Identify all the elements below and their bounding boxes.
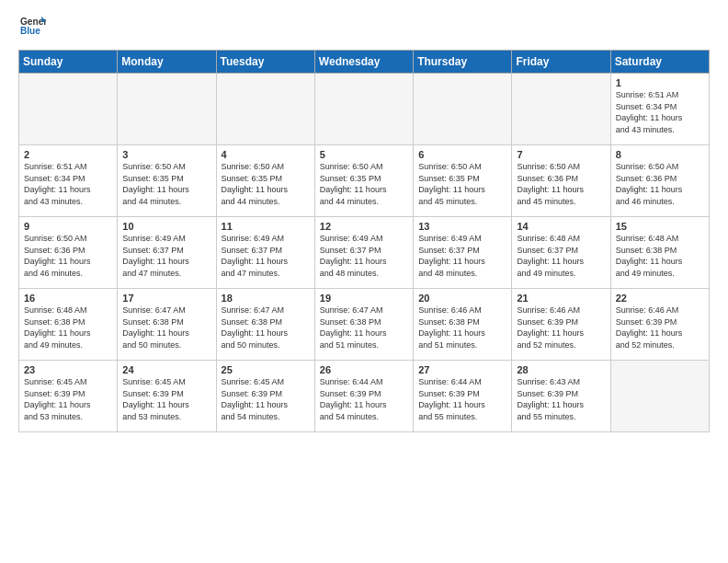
header: General Blue: [18, 15, 710, 44]
day-number: 3: [122, 149, 210, 160]
calendar-cell: 1Sunrise: 6:51 AM Sunset: 6:34 PM Daylig…: [610, 74, 709, 145]
day-info: Sunrise: 6:45 AM Sunset: 6:39 PM Dayligh…: [24, 376, 112, 422]
calendar-week-1: 2Sunrise: 6:51 AM Sunset: 6:34 PM Daylig…: [19, 145, 710, 217]
calendar-cell: 17Sunrise: 6:47 AM Sunset: 6:38 PM Dayli…: [118, 289, 216, 361]
day-number: 25: [222, 364, 310, 375]
day-info: Sunrise: 6:50 AM Sunset: 6:35 PM Dayligh…: [418, 161, 506, 207]
calendar-cell: 16Sunrise: 6:48 AM Sunset: 6:38 PM Dayli…: [19, 289, 118, 361]
day-number: 19: [320, 293, 408, 304]
calendar-cell: [314, 74, 413, 145]
calendar-week-3: 16Sunrise: 6:48 AM Sunset: 6:38 PM Dayli…: [19, 289, 710, 361]
day-info: Sunrise: 6:46 AM Sunset: 6:39 PM Dayligh…: [517, 304, 605, 350]
day-info: Sunrise: 6:47 AM Sunset: 6:38 PM Dayligh…: [122, 304, 210, 350]
weekday-header-wednesday: Wednesday: [314, 51, 413, 74]
day-number: 12: [320, 221, 408, 232]
day-info: Sunrise: 6:47 AM Sunset: 6:38 PM Dayligh…: [222, 304, 310, 350]
day-info: Sunrise: 6:43 AM Sunset: 6:39 PM Dayligh…: [517, 376, 605, 422]
day-info: Sunrise: 6:49 AM Sunset: 6:37 PM Dayligh…: [222, 233, 310, 279]
day-number: 20: [418, 293, 506, 304]
calendar-cell: [512, 74, 610, 145]
calendar-table: SundayMondayTuesdayWednesdayThursdayFrid…: [18, 50, 710, 432]
day-info: Sunrise: 6:48 AM Sunset: 6:37 PM Dayligh…: [517, 233, 605, 279]
calendar-cell: 24Sunrise: 6:45 AM Sunset: 6:39 PM Dayli…: [118, 361, 216, 432]
calendar-cell: 2Sunrise: 6:51 AM Sunset: 6:34 PM Daylig…: [19, 145, 118, 217]
weekday-header-thursday: Thursday: [414, 51, 512, 74]
calendar-cell: 5Sunrise: 6:50 AM Sunset: 6:35 PM Daylig…: [314, 145, 413, 217]
day-info: Sunrise: 6:44 AM Sunset: 6:39 PM Dayligh…: [320, 376, 408, 422]
calendar-cell: 27Sunrise: 6:44 AM Sunset: 6:39 PM Dayli…: [414, 361, 512, 432]
day-number: 7: [517, 149, 605, 160]
day-info: Sunrise: 6:48 AM Sunset: 6:38 PM Dayligh…: [616, 233, 704, 279]
day-number: 2: [24, 149, 112, 160]
calendar-cell: 6Sunrise: 6:50 AM Sunset: 6:35 PM Daylig…: [414, 145, 512, 217]
day-number: 28: [517, 364, 605, 375]
calendar-cell: 26Sunrise: 6:44 AM Sunset: 6:39 PM Dayli…: [314, 361, 413, 432]
calendar-cell: 14Sunrise: 6:48 AM Sunset: 6:37 PM Dayli…: [512, 217, 610, 289]
calendar-cell: 23Sunrise: 6:45 AM Sunset: 6:39 PM Dayli…: [19, 361, 118, 432]
day-info: Sunrise: 6:51 AM Sunset: 6:34 PM Dayligh…: [24, 161, 112, 207]
day-info: Sunrise: 6:50 AM Sunset: 6:35 PM Dayligh…: [222, 161, 310, 207]
logo: General Blue: [18, 15, 46, 44]
calendar-cell: 9Sunrise: 6:50 AM Sunset: 6:36 PM Daylig…: [19, 217, 118, 289]
day-info: Sunrise: 6:48 AM Sunset: 6:38 PM Dayligh…: [24, 304, 112, 350]
calendar-cell: 18Sunrise: 6:47 AM Sunset: 6:38 PM Dayli…: [216, 289, 314, 361]
day-number: 1: [616, 77, 704, 88]
logo-icon: General Blue: [20, 15, 46, 40]
day-number: 14: [517, 221, 605, 232]
day-number: 10: [122, 221, 210, 232]
calendar-cell: 8Sunrise: 6:50 AM Sunset: 6:36 PM Daylig…: [610, 145, 709, 217]
day-number: 18: [222, 293, 310, 304]
day-info: Sunrise: 6:49 AM Sunset: 6:37 PM Dayligh…: [418, 233, 506, 279]
calendar-cell: 4Sunrise: 6:50 AM Sunset: 6:35 PM Daylig…: [216, 145, 314, 217]
day-info: Sunrise: 6:50 AM Sunset: 6:36 PM Dayligh…: [517, 161, 605, 207]
day-info: Sunrise: 6:50 AM Sunset: 6:35 PM Dayligh…: [122, 161, 210, 207]
calendar-cell: [216, 74, 314, 145]
calendar-cell: 13Sunrise: 6:49 AM Sunset: 6:37 PM Dayli…: [414, 217, 512, 289]
day-number: 4: [222, 149, 310, 160]
calendar-cell: 12Sunrise: 6:49 AM Sunset: 6:37 PM Dayli…: [314, 217, 413, 289]
day-info: Sunrise: 6:45 AM Sunset: 6:39 PM Dayligh…: [222, 376, 310, 422]
calendar-cell: 11Sunrise: 6:49 AM Sunset: 6:37 PM Dayli…: [216, 217, 314, 289]
calendar-cell: 25Sunrise: 6:45 AM Sunset: 6:39 PM Dayli…: [216, 361, 314, 432]
weekday-header-tuesday: Tuesday: [216, 51, 314, 74]
calendar-cell: 21Sunrise: 6:46 AM Sunset: 6:39 PM Dayli…: [512, 289, 610, 361]
day-number: 8: [616, 149, 704, 160]
day-info: Sunrise: 6:50 AM Sunset: 6:36 PM Dayligh…: [616, 161, 704, 207]
day-number: 5: [320, 149, 408, 160]
day-info: Sunrise: 6:50 AM Sunset: 6:35 PM Dayligh…: [320, 161, 408, 207]
calendar-cell: [414, 74, 512, 145]
weekday-header-saturday: Saturday: [610, 51, 709, 74]
day-number: 9: [24, 221, 112, 232]
calendar-cell: 7Sunrise: 6:50 AM Sunset: 6:36 PM Daylig…: [512, 145, 610, 217]
day-number: 26: [320, 364, 408, 375]
day-number: 22: [616, 293, 704, 304]
day-number: 17: [122, 293, 210, 304]
calendar-cell: 20Sunrise: 6:46 AM Sunset: 6:38 PM Dayli…: [414, 289, 512, 361]
svg-text:Blue: Blue: [20, 26, 40, 36]
calendar-week-0: 1Sunrise: 6:51 AM Sunset: 6:34 PM Daylig…: [19, 74, 710, 145]
day-info: Sunrise: 6:46 AM Sunset: 6:38 PM Dayligh…: [418, 304, 506, 350]
calendar-cell: 22Sunrise: 6:46 AM Sunset: 6:39 PM Dayli…: [610, 289, 709, 361]
day-number: 15: [616, 221, 704, 232]
day-number: 24: [122, 364, 210, 375]
day-number: 11: [222, 221, 310, 232]
weekday-header-friday: Friday: [512, 51, 610, 74]
calendar-cell: 3Sunrise: 6:50 AM Sunset: 6:35 PM Daylig…: [118, 145, 216, 217]
day-number: 27: [418, 364, 506, 375]
calendar-week-2: 9Sunrise: 6:50 AM Sunset: 6:36 PM Daylig…: [19, 217, 710, 289]
day-info: Sunrise: 6:46 AM Sunset: 6:39 PM Dayligh…: [616, 304, 704, 350]
day-info: Sunrise: 6:49 AM Sunset: 6:37 PM Dayligh…: [320, 233, 408, 279]
weekday-header-sunday: Sunday: [19, 51, 118, 74]
weekday-header-monday: Monday: [118, 51, 216, 74]
day-info: Sunrise: 6:47 AM Sunset: 6:38 PM Dayligh…: [320, 304, 408, 350]
day-info: Sunrise: 6:50 AM Sunset: 6:36 PM Dayligh…: [24, 233, 112, 279]
day-info: Sunrise: 6:51 AM Sunset: 6:34 PM Dayligh…: [616, 89, 704, 135]
calendar-cell: [610, 361, 709, 432]
day-info: Sunrise: 6:45 AM Sunset: 6:39 PM Dayligh…: [122, 376, 210, 422]
calendar-cell: 19Sunrise: 6:47 AM Sunset: 6:38 PM Dayli…: [314, 289, 413, 361]
calendar-week-4: 23Sunrise: 6:45 AM Sunset: 6:39 PM Dayli…: [19, 361, 710, 432]
page: General Blue SundayMondayTuesdayWednesda…: [0, 0, 728, 447]
calendar-cell: [19, 74, 118, 145]
calendar-cell: [118, 74, 216, 145]
calendar-header-row: SundayMondayTuesdayWednesdayThursdayFrid…: [19, 51, 710, 74]
